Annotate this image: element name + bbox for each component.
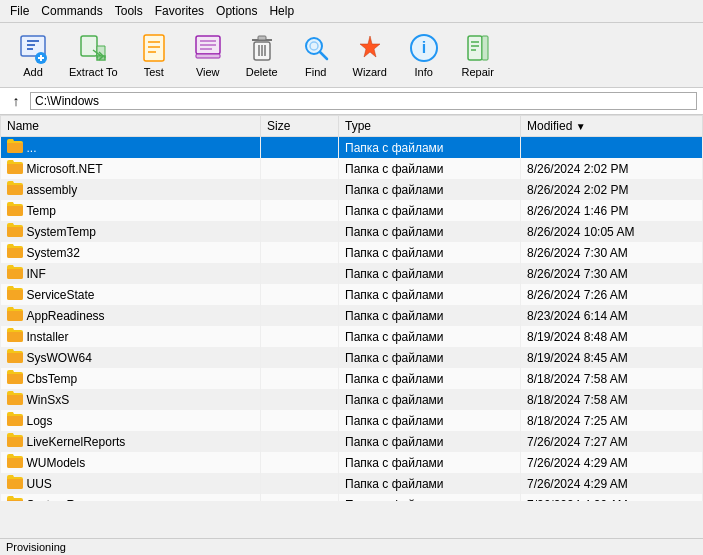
folder-icon bbox=[7, 307, 23, 324]
file-modified: 8/26/2024 1:46 PM bbox=[521, 200, 703, 221]
svg-rect-1 bbox=[27, 40, 39, 42]
table-row[interactable]: SysWOW64Папка с файлами8/19/2024 8:45 AM bbox=[1, 347, 703, 368]
file-name: CbsTemp bbox=[1, 368, 261, 389]
file-name: ServiceState bbox=[1, 284, 261, 305]
file-list-body: ...Папка с файламиMicrosoft.NETПапка с ф… bbox=[1, 137, 703, 502]
file-modified: 8/26/2024 2:02 PM bbox=[521, 179, 703, 200]
file-modified: 8/26/2024 7:30 AM bbox=[521, 242, 703, 263]
info-button[interactable]: iInfo bbox=[399, 27, 449, 83]
table-row[interactable]: TempПапка с файлами8/26/2024 1:46 PM bbox=[1, 200, 703, 221]
folder-icon bbox=[7, 412, 23, 429]
extract-button[interactable]: Extract To bbox=[62, 27, 125, 83]
table-row[interactable]: WUModelsПапка с файлами7/26/2024 4:29 AM bbox=[1, 452, 703, 473]
column-name[interactable]: Name bbox=[1, 116, 261, 137]
find-button[interactable]: Find bbox=[291, 27, 341, 83]
file-type: Папка с файлами bbox=[339, 452, 521, 473]
file-type: Папка с файлами bbox=[339, 158, 521, 179]
table-row[interactable]: ServiceStateПапка с файлами8/26/2024 7:2… bbox=[1, 284, 703, 305]
file-size bbox=[261, 473, 339, 494]
file-size bbox=[261, 263, 339, 284]
file-modified: 7/26/2024 4:29 AM bbox=[521, 473, 703, 494]
file-modified: 8/19/2024 8:45 AM bbox=[521, 347, 703, 368]
folder-icon bbox=[7, 265, 23, 282]
table-row[interactable]: assemblyПапка с файлами8/26/2024 2:02 PM bbox=[1, 179, 703, 200]
file-type: Папка с файлами bbox=[339, 242, 521, 263]
table-row[interactable]: SystemResourcesПапка с файлами7/26/2024 … bbox=[1, 494, 703, 501]
table-row[interactable]: WinSxSПапка с файлами8/18/2024 7:58 AM bbox=[1, 389, 703, 410]
view-icon bbox=[192, 32, 224, 64]
file-name: AppReadiness bbox=[1, 305, 261, 326]
svg-line-24 bbox=[320, 52, 327, 59]
folder-icon bbox=[7, 160, 23, 177]
table-row[interactable]: AppReadinessПапка с файлами8/23/2024 6:1… bbox=[1, 305, 703, 326]
file-name: Installer bbox=[1, 326, 261, 347]
file-size bbox=[261, 368, 339, 389]
menu-item-options[interactable]: Options bbox=[210, 2, 263, 20]
table-row[interactable]: Microsoft.NETПапка с файлами8/26/2024 2:… bbox=[1, 158, 703, 179]
table-row[interactable]: InstallerПапка с файлами8/19/2024 8:48 A… bbox=[1, 326, 703, 347]
file-list-container: Name Size Type Modified ▼ ...Папка с фай… bbox=[0, 115, 703, 501]
file-size bbox=[261, 137, 339, 159]
menu-item-tools[interactable]: Tools bbox=[109, 2, 149, 20]
table-row[interactable]: UUSПапка с файлами7/26/2024 4:29 AM bbox=[1, 473, 703, 494]
wizard-label: Wizard bbox=[353, 66, 387, 78]
up-button[interactable]: ↑ bbox=[6, 91, 26, 111]
table-row[interactable]: SystemTempПапка с файлами8/26/2024 10:05… bbox=[1, 221, 703, 242]
wizard-icon bbox=[354, 32, 386, 64]
add-button[interactable]: Add bbox=[8, 27, 58, 83]
svg-rect-6 bbox=[40, 55, 42, 61]
column-modified[interactable]: Modified ▼ bbox=[521, 116, 703, 137]
file-size bbox=[261, 347, 339, 368]
status-text: Provisioning bbox=[6, 541, 66, 553]
file-type: Папка с файлами bbox=[339, 494, 521, 501]
column-type[interactable]: Type bbox=[339, 116, 521, 137]
file-size bbox=[261, 305, 339, 326]
file-type: Папка с файлами bbox=[339, 326, 521, 347]
file-modified: 8/19/2024 8:48 AM bbox=[521, 326, 703, 347]
folder-icon bbox=[7, 475, 23, 492]
column-size[interactable]: Size bbox=[261, 116, 339, 137]
path-display[interactable]: C:\Windows bbox=[30, 92, 697, 110]
view-button[interactable]: View bbox=[183, 27, 233, 83]
test-button[interactable]: Test bbox=[129, 27, 179, 83]
address-bar: ↑ C:\Windows bbox=[0, 88, 703, 115]
table-row[interactable]: LogsПапка с файлами8/18/2024 7:25 AM bbox=[1, 410, 703, 431]
menu-item-commands[interactable]: Commands bbox=[35, 2, 108, 20]
repair-icon bbox=[462, 32, 494, 64]
file-table: Name Size Type Modified ▼ ...Папка с фай… bbox=[0, 115, 703, 501]
folder-icon bbox=[7, 433, 23, 450]
add-label: Add bbox=[23, 66, 43, 78]
info-icon: i bbox=[408, 32, 440, 64]
file-type: Папка с файлами bbox=[339, 200, 521, 221]
wizard-button[interactable]: Wizard bbox=[345, 27, 395, 83]
svg-rect-19 bbox=[258, 36, 266, 40]
file-size bbox=[261, 284, 339, 305]
file-name: SysWOW64 bbox=[1, 347, 261, 368]
file-modified: 8/18/2024 7:58 AM bbox=[521, 368, 703, 389]
file-name: SystemResources bbox=[1, 494, 261, 501]
file-name: LiveKernelReports bbox=[1, 431, 261, 452]
repair-button[interactable]: Repair bbox=[453, 27, 503, 83]
delete-label: Delete bbox=[246, 66, 278, 78]
folder-icon bbox=[7, 139, 23, 156]
table-row[interactable]: System32Папка с файлами8/26/2024 7:30 AM bbox=[1, 242, 703, 263]
menu-item-help[interactable]: Help bbox=[263, 2, 300, 20]
table-row[interactable]: CbsTempПапка с файлами8/18/2024 7:58 AM bbox=[1, 368, 703, 389]
svg-rect-7 bbox=[81, 36, 97, 56]
table-row[interactable]: ...Папка с файлами bbox=[1, 137, 703, 159]
file-size bbox=[261, 410, 339, 431]
file-modified: 7/26/2024 7:27 AM bbox=[521, 431, 703, 452]
find-icon bbox=[300, 32, 332, 64]
file-type: Папка с файлами bbox=[339, 284, 521, 305]
file-name: Microsoft.NET bbox=[1, 158, 261, 179]
table-row[interactable]: LiveKernelReportsПапка с файлами7/26/202… bbox=[1, 431, 703, 452]
table-row[interactable]: INFПапка с файлами8/26/2024 7:30 AM bbox=[1, 263, 703, 284]
file-name: SystemTemp bbox=[1, 221, 261, 242]
folder-icon bbox=[7, 328, 23, 345]
find-label: Find bbox=[305, 66, 326, 78]
folder-icon bbox=[7, 244, 23, 261]
menu-item-favorites[interactable]: Favorites bbox=[149, 2, 210, 20]
delete-button[interactable]: Delete bbox=[237, 27, 287, 83]
menu-item-file[interactable]: File bbox=[4, 2, 35, 20]
folder-icon bbox=[7, 391, 23, 408]
